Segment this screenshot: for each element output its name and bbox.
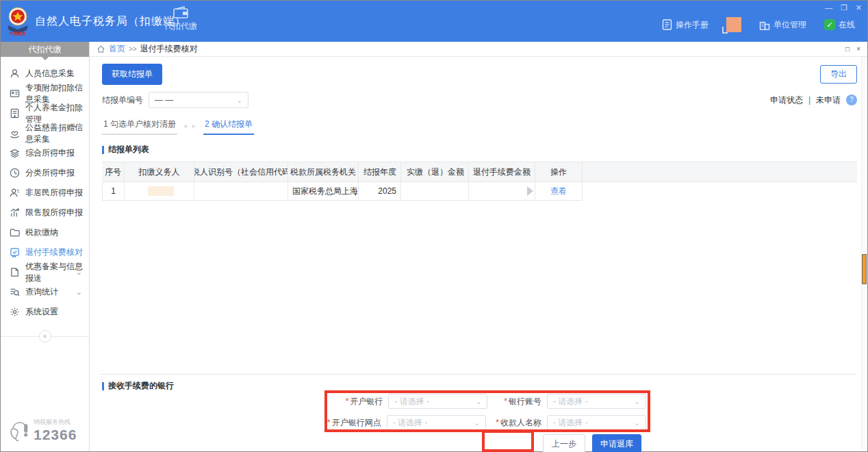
sidebar-item-personnel-info[interactable]: 人员信息采集: [1, 64, 89, 84]
assistant-widget-icon[interactable]: [726, 17, 741, 32]
gear-icon: [10, 307, 20, 317]
breadcrumb-home[interactable]: 首页: [109, 43, 125, 55]
sidebar-item-label: 系统设置: [25, 306, 58, 318]
report-no-label: 结报单编号: [102, 95, 143, 106]
sidebar-collapse-button[interactable]: «: [39, 330, 51, 342]
manual-button[interactable]: 操作手册: [662, 19, 709, 31]
bank-account-select[interactable]: - 请选择 - ⌄: [547, 394, 646, 409]
tax-bureau-logo-icon: 中国税务: [5, 6, 31, 38]
layers-icon: [10, 148, 20, 158]
col-seq: 序号: [102, 162, 125, 181]
apply-refund-button[interactable]: 申请退库: [592, 434, 641, 452]
title-bar: 中国税务 自然人电子税务局（扣缴端） 代扣代缴 操作手册: [1, 1, 867, 42]
apply-status-value: 未申请: [816, 95, 841, 106]
bank-name-label: 开户银行: [350, 397, 383, 406]
step-separator: ＞＞: [183, 122, 198, 135]
col-authority: 税款所属税务机关: [288, 162, 359, 181]
required-mark: *: [504, 397, 507, 406]
tab-withholding[interactable]: 代扣代缴: [157, 6, 205, 32]
sidebar-item-special-deduction[interactable]: 专项附加扣除信息采集: [1, 84, 89, 103]
sidebar-item-restricted-shares[interactable]: 限售股所得申报: [1, 203, 89, 223]
online-status[interactable]: ✓ 在线: [824, 19, 855, 31]
view-link[interactable]: 查看: [550, 186, 567, 197]
export-button[interactable]: 导出: [820, 65, 857, 84]
bank-branch-label: 开户银行网点: [332, 418, 381, 427]
status-divider: |: [808, 95, 810, 105]
step-2-tab[interactable]: 2 确认结报单: [203, 116, 254, 135]
col-spacer: [583, 162, 857, 181]
person-badge-icon: [10, 188, 20, 198]
fetch-report-button[interactable]: 获取结报单: [102, 64, 162, 85]
help-icon[interactable]: ?: [846, 95, 857, 105]
cell-authority: 国家税务总局上海市...: [288, 182, 359, 201]
report-no-select[interactable]: — — ⌄: [149, 92, 248, 108]
col-year: 结报年度: [359, 162, 401, 181]
unit-management-label: 单位管理: [774, 19, 806, 31]
headset-icon: [9, 418, 29, 443]
previous-step-button[interactable]: 上一步: [543, 434, 585, 452]
sidebar-item-system-settings[interactable]: 系统设置: [1, 302, 89, 322]
sidebar-item-charity-donation[interactable]: 公益慈善捐赠信息采集: [1, 123, 89, 143]
panel-close-button[interactable]: ×: [856, 45, 860, 53]
payee-name-select[interactable]: - 请选择 - ⌄: [547, 415, 646, 430]
report-table: 序号 扣缴义务人 纳税人识别号（社会信用代码） 税款所属税务机关 结报年度 实缴…: [102, 162, 857, 201]
sidebar-item-pension-deduction[interactable]: 个人养老金扣除管理: [1, 103, 89, 123]
verify-book-icon: [10, 247, 20, 258]
col-refund-fee: 退付手续费金额: [469, 162, 535, 181]
file-icon: [10, 267, 20, 277]
col-agent: 扣缴义务人: [125, 162, 194, 181]
hotline-block: 纳税服务热线 12366: [9, 418, 77, 443]
window-controls: — ❐ ✕: [825, 3, 862, 12]
sidebar-item-label: 非居民所得申报: [25, 187, 83, 199]
apply-status-label: 申请状态: [770, 95, 803, 106]
sidebar-header: 代扣代缴: [1, 42, 89, 57]
bank-section-title-text: 接收手续费的银行: [108, 380, 174, 392]
chevron-down-icon: ⌄: [635, 419, 640, 427]
unit-management-button[interactable]: 单位管理: [759, 19, 806, 31]
table-section-title: 结报单列表: [102, 144, 857, 155]
col-taxpayer-id: 纳税人识别号（社会信用代码）: [194, 162, 288, 181]
row-expand-arrow-icon[interactable]: [527, 186, 533, 196]
hotline-number: 12366: [34, 427, 77, 443]
sidebar-item-preferential-filing[interactable]: 优惠备案与信息报送 ⌄: [1, 262, 89, 282]
payee-name-value: - 请选择 -: [553, 417, 588, 429]
bank-name-select[interactable]: - 请选择 - ⌄: [388, 394, 487, 409]
scrollbar-track[interactable]: [861, 57, 867, 451]
bank-branch-select[interactable]: - 请选择 - ⌄: [387, 415, 486, 430]
manual-label: 操作手册: [676, 19, 709, 31]
sidebar-item-label: 查询统计: [25, 286, 58, 298]
home-icon: [97, 45, 105, 53]
minimize-button[interactable]: —: [825, 3, 832, 12]
sidebar-item-query-statistics[interactable]: 查询统计 ⌄: [1, 282, 89, 302]
document-icon: [662, 19, 672, 30]
bar-chart-icon: [10, 208, 20, 218]
sidebar-item-classified-income[interactable]: 分类所得申报: [1, 163, 89, 183]
sidebar-item-tax-payment[interactable]: 税款缴纳: [1, 223, 89, 242]
bank-branch-value: - 请选择 -: [393, 417, 428, 429]
col-paid-amount: 实缴（退）金额: [401, 162, 469, 181]
scrollbar-thumb[interactable]: [862, 254, 867, 284]
sidebar-item-label: 税款缴纳: [25, 227, 58, 238]
chevron-down-icon: ⌄: [76, 268, 82, 277]
panel-restore-button[interactable]: □: [845, 45, 850, 53]
step-tabs: 1 勾选单户核对清册 ＞＞ 2 确认结报单: [102, 116, 857, 135]
person-icon: [10, 68, 20, 79]
bank-section-title: 接收手续费的银行: [102, 380, 174, 392]
bank-name-value: - 请选择 -: [394, 396, 429, 407]
required-mark: *: [496, 418, 499, 427]
sidebar-item-nonresident-income[interactable]: 非居民所得申报: [1, 183, 89, 203]
app-window: 中国税务 自然人电子税务局（扣缴端） 代扣代缴 操作手册: [0, 0, 868, 452]
main-panel: 首页 >> 退付手续费核对 □ × 获取结报单 导出 结报单编号: [90, 42, 867, 451]
clock-icon: [10, 168, 20, 178]
section-bar: [102, 382, 104, 390]
close-button[interactable]: ✕: [856, 3, 862, 12]
sidebar-item-comprehensive-income[interactable]: 综合所得申报: [1, 143, 89, 163]
sidebar-item-refund-fee-check[interactable]: 退付手续费核对: [1, 242, 89, 262]
content-area: 获取结报单 导出 结报单编号 — — ⌄ 申请状态 | 未申请: [90, 57, 867, 451]
bottom-buttons: 上一步 申请退库: [90, 434, 641, 452]
chevron-down-icon: ⌄: [476, 398, 481, 405]
restore-button[interactable]: ❐: [841, 3, 847, 12]
cell-refund-fee: [469, 182, 535, 201]
step-1-tab[interactable]: 1 勾选单户核对清册: [102, 116, 177, 135]
svg-text:中国税务: 中国税务: [10, 31, 27, 36]
